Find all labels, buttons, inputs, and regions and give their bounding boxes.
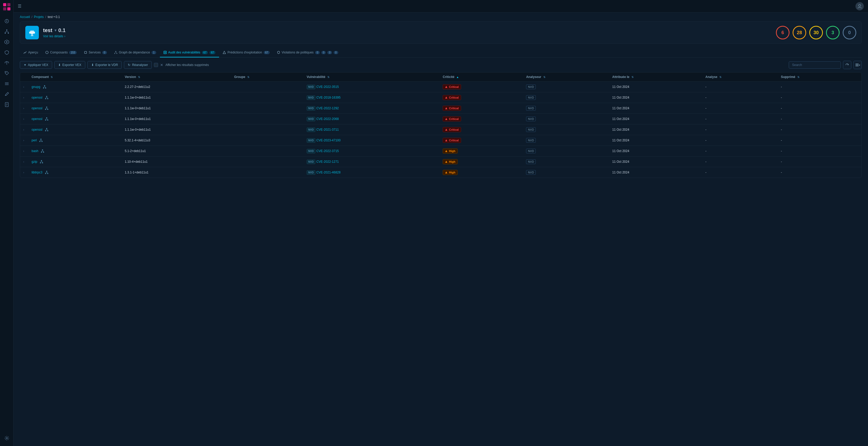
sidebar-item-org[interactable]	[2, 27, 11, 36]
export-vex-button[interactable]: ⬇ Exporter VEX	[54, 61, 85, 69]
component-name[interactable]: openssl	[32, 128, 42, 131]
criticality-badge: High	[443, 149, 458, 154]
col-analyseur[interactable]: Analyseur ⇅	[523, 72, 609, 82]
col-expand	[20, 72, 28, 82]
component-tree-icon[interactable]	[45, 117, 49, 121]
component-name[interactable]: openssl	[32, 117, 42, 121]
cve-link[interactable]: CVE-2022-3715	[316, 149, 339, 153]
col-analyse[interactable]: Analyse ⇅	[702, 72, 777, 82]
component-tree-icon[interactable]	[45, 128, 49, 131]
component-name[interactable]: openssl	[32, 106, 42, 110]
user-avatar[interactable]	[856, 2, 864, 10]
expand-icon[interactable]: ›	[23, 139, 24, 142]
criticality-icon	[445, 160, 447, 163]
col-groupe[interactable]: Groupe ⇅	[231, 72, 304, 82]
cve-link[interactable]: CVE-2022-3515	[316, 85, 339, 89]
breadcrumb-projects[interactable]: Projets	[34, 15, 43, 19]
tab-services[interactable]: Services 0	[80, 48, 111, 57]
svg-marker-95	[445, 139, 447, 141]
component-name[interactable]: gzip	[32, 160, 37, 163]
col-composant[interactable]: Composant ⇅	[28, 72, 122, 82]
row-vuln-cell: NVD CVE-2021-46828	[304, 167, 440, 178]
component-tree-icon[interactable]	[45, 170, 49, 174]
expand-icon[interactable]: ›	[23, 85, 24, 88]
sidebar-item-doc[interactable]	[2, 100, 11, 109]
tab-apercu[interactable]: Aperçu	[20, 48, 42, 57]
analyzer-badge: NVD	[526, 106, 536, 110]
col-supprime[interactable]: Supprimé ⇅	[778, 72, 862, 82]
expand-icon[interactable]: ›	[23, 171, 24, 174]
export-vdr-button[interactable]: ⬇ Exporter le VDR	[87, 61, 122, 69]
component-tree-icon[interactable]	[45, 96, 49, 99]
component-tree-icon[interactable]	[45, 106, 49, 110]
row-date-cell: 11 Oct 2024	[609, 157, 702, 167]
cve-link[interactable]: CVE-2022-1271	[316, 160, 339, 163]
svg-marker-111	[445, 161, 447, 163]
menu-icon[interactable]: ☰	[18, 4, 21, 9]
cve-link[interactable]: CVE-2021-46828	[316, 170, 341, 174]
svg-rect-45	[856, 64, 859, 64]
svg-line-40	[116, 52, 117, 53]
cve-link[interactable]: CVE-2022-1292	[316, 106, 339, 110]
col-version[interactable]: Version ⇅	[122, 72, 231, 82]
tab-vulnerabilites[interactable]: Audit des vulnérabilités 67 67	[160, 48, 219, 57]
sidebar-item-edit[interactable]	[2, 90, 11, 99]
row-expand-cell: ›	[20, 146, 28, 157]
search-input[interactable]	[789, 61, 841, 69]
tab-composants[interactable]: Composants 153	[42, 48, 80, 57]
component-name[interactable]: gnupg	[32, 85, 40, 89]
component-name[interactable]: bash	[32, 149, 38, 153]
sidebar-item-list[interactable]	[2, 79, 11, 88]
expand-icon[interactable]: ›	[23, 117, 24, 121]
sidebar-item-settings[interactable]	[2, 434, 11, 443]
project-detail-link[interactable]: Voir les détails ›	[43, 34, 65, 38]
clear-button[interactable]: ✕	[160, 63, 163, 67]
chevron-right-icon: ›	[64, 34, 65, 38]
component-tree-icon[interactable]	[43, 85, 46, 89]
component-name[interactable]: libtirpc3	[32, 170, 42, 174]
component-tree-icon[interactable]	[41, 149, 44, 153]
expand-icon[interactable]: ›	[23, 107, 24, 110]
col-attribuee[interactable]: Attribuée le ⇅	[609, 72, 702, 82]
component-name[interactable]: openssl	[32, 96, 42, 99]
row-analyse-cell: -	[702, 124, 777, 135]
expand-icon[interactable]: ›	[23, 96, 24, 99]
row-expand-cell: ›	[20, 167, 28, 178]
cve-link[interactable]: CVE-2021-3711	[316, 128, 339, 131]
col-criticite[interactable]: Criticité ▲	[439, 72, 523, 82]
row-analyse-cell: -	[702, 135, 777, 146]
cve-link[interactable]: CVE-2022-2068	[316, 117, 339, 121]
view-toggle-button[interactable]: ▾	[854, 61, 862, 69]
app-logo[interactable]	[3, 3, 10, 11]
refresh-button[interactable]	[843, 61, 851, 69]
suppress-checkbox[interactable]	[154, 63, 158, 67]
tab-exploitation[interactable]: Prédictions d'exploitation 67	[219, 48, 273, 57]
sidebar-item-components[interactable]	[2, 37, 11, 47]
expand-icon[interactable]: ›	[23, 150, 24, 153]
tab-politiques[interactable]: Violations de politiques 0 0 0 0	[273, 48, 342, 57]
reanalyze-button[interactable]: ↻ Réanalyser	[124, 61, 152, 69]
sidebar	[0, 0, 13, 446]
tab-dependance[interactable]: Graph de dépendance 1	[111, 48, 160, 57]
col-vulnerabilite[interactable]: Vulnérabilité ⇅	[304, 72, 440, 82]
component-tree-icon[interactable]	[40, 160, 43, 163]
cve-link[interactable]: CVE-2018-16395	[316, 96, 341, 99]
row-group-cell	[231, 124, 304, 135]
svg-rect-7	[6, 29, 7, 31]
criticality-badge: Critical	[443, 84, 461, 90]
sidebar-item-dashboard[interactable]	[2, 17, 11, 26]
breadcrumb-home[interactable]: Accueil	[20, 15, 30, 19]
project-dropdown-icon[interactable]: ▾	[55, 28, 56, 32]
component-name[interactable]: perl	[32, 138, 37, 142]
expand-icon[interactable]: ›	[23, 128, 24, 131]
table-row: › gzip 1.10-4+deb11u1	[20, 157, 862, 167]
apply-vex-button[interactable]: ✦ Appliquer VEX	[20, 61, 52, 69]
cve-link[interactable]: CVE-2023-47100	[316, 138, 341, 142]
row-analyse-cell: -	[702, 157, 777, 167]
expand-icon[interactable]: ›	[23, 160, 24, 163]
row-supprime-cell: -	[778, 135, 862, 146]
sidebar-item-shield[interactable]	[2, 48, 11, 57]
component-tree-icon[interactable]	[39, 138, 43, 142]
sidebar-item-tags[interactable]	[2, 69, 11, 78]
sidebar-item-scale[interactable]	[2, 58, 11, 68]
